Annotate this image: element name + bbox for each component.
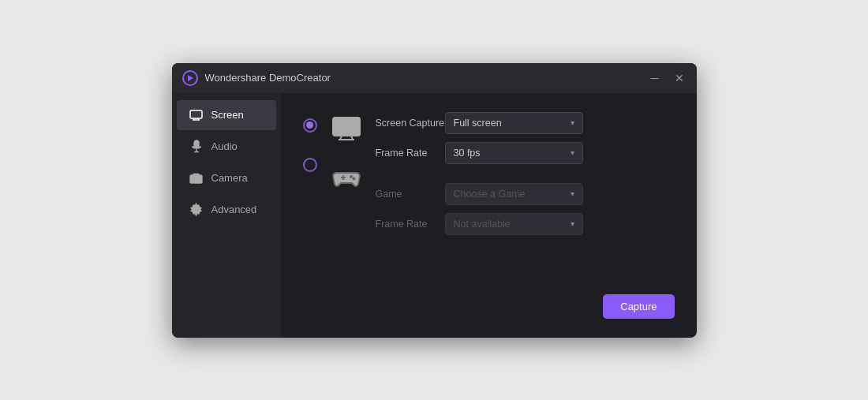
game-framerate-dropdown[interactable]: Not available ▾ bbox=[445, 213, 583, 235]
svg-point-18 bbox=[353, 178, 354, 179]
titlebar-left: Wondershare DemoCreator bbox=[181, 69, 331, 87]
game-capture-icon bbox=[330, 161, 363, 194]
advanced-icon bbox=[189, 203, 204, 217]
radio-group bbox=[303, 112, 317, 172]
main-panel: Screen Capture Full screen ▾ Frame Rate … bbox=[281, 93, 697, 338]
audio-icon bbox=[189, 140, 204, 154]
sidebar-item-camera[interactable]: Camera bbox=[177, 163, 276, 193]
screen-framerate-dropdown[interactable]: 30 fps ▾ bbox=[445, 142, 583, 164]
svg-rect-14 bbox=[338, 122, 346, 129]
game-framerate-label: Frame Rate bbox=[376, 219, 445, 230]
screen-capture-label: Screen Capture bbox=[376, 118, 445, 129]
titlebar-controls: ─ ✕ bbox=[648, 71, 687, 85]
game-framerate-arrow: ▾ bbox=[571, 219, 574, 228]
screen-capture-dropdown[interactable]: Full screen ▾ bbox=[445, 112, 583, 134]
sidebar-label-advanced: Advanced bbox=[211, 204, 257, 215]
game-dropdown[interactable]: Choose a Game ▾ bbox=[445, 183, 583, 205]
minimize-button[interactable]: ─ bbox=[648, 71, 662, 85]
sidebar-item-advanced[interactable]: Advanced bbox=[177, 195, 276, 225]
sidebar: Screen Audio bbox=[172, 93, 281, 338]
sidebar-label-camera: Camera bbox=[211, 172, 248, 184]
screen-framerate-row: Frame Rate 30 fps ▾ bbox=[376, 142, 675, 164]
screen-icon bbox=[189, 108, 204, 122]
screen-capture-arrow: ▾ bbox=[571, 118, 574, 127]
screen-framerate-label: Frame Rate bbox=[376, 148, 445, 159]
sidebar-item-screen[interactable]: Screen bbox=[177, 100, 276, 130]
game-arrow: ▾ bbox=[571, 189, 574, 198]
game-framerate-row: Frame Rate Not available ▾ bbox=[376, 213, 675, 235]
screen-capture-value: Full screen bbox=[454, 118, 502, 129]
fields-group: Screen Capture Full screen ▾ Frame Rate … bbox=[376, 112, 675, 243]
screen-capture-row: Screen Capture Full screen ▾ bbox=[376, 112, 675, 134]
screen-framerate-value: 30 fps bbox=[454, 148, 481, 159]
titlebar: Wondershare DemoCreator ─ ✕ bbox=[172, 63, 697, 93]
sidebar-label-audio: Audio bbox=[211, 140, 238, 152]
game-radio[interactable] bbox=[303, 158, 317, 172]
sidebar-item-audio[interactable]: Audio bbox=[177, 132, 276, 162]
screen-capture-icon bbox=[330, 112, 363, 145]
app-window: Wondershare DemoCreator ─ ✕ Screen bbox=[172, 63, 697, 338]
svg-rect-10 bbox=[333, 118, 360, 136]
svg-point-17 bbox=[350, 175, 351, 177]
capture-section: Screen Capture Full screen ▾ Frame Rate … bbox=[303, 112, 675, 243]
game-framerate-value: Not available bbox=[454, 219, 511, 230]
game-row: Game Choose a Game ▾ bbox=[376, 183, 675, 205]
main-content: Screen Audio bbox=[172, 93, 697, 338]
capture-button[interactable]: Capture bbox=[603, 294, 674, 319]
svg-rect-1 bbox=[190, 110, 202, 118]
close-button[interactable]: ✕ bbox=[672, 71, 687, 85]
game-value: Choose a Game bbox=[454, 189, 526, 200]
camera-icon bbox=[189, 171, 204, 185]
sidebar-label-screen: Screen bbox=[211, 109, 244, 121]
game-label: Game bbox=[376, 189, 445, 200]
screen-framerate-arrow: ▾ bbox=[571, 148, 574, 157]
app-title: Wondershare DemoCreator bbox=[205, 72, 331, 84]
section-icons bbox=[330, 112, 363, 194]
app-icon bbox=[181, 69, 199, 87]
screen-radio[interactable] bbox=[303, 118, 317, 133]
